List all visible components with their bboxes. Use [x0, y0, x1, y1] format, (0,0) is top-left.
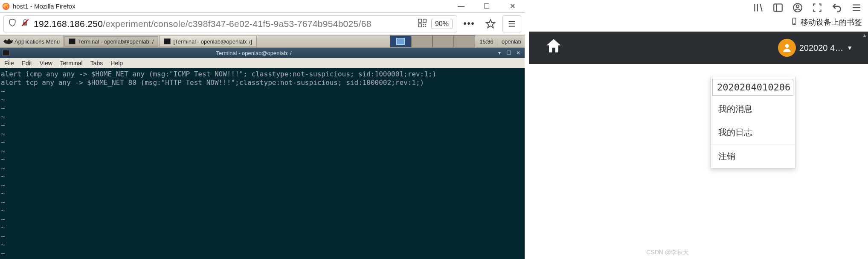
tracking-shield-icon[interactable] [8, 18, 17, 29]
menu-terminal[interactable]: Terminal [60, 60, 83, 67]
terminal-icon [69, 38, 75, 44]
svg-rect-6 [423, 23, 424, 25]
page-actions-button[interactable]: ••• [460, 15, 479, 32]
taskbar-item-label: [Terminal - openlab@openlab: /] [173, 38, 252, 45]
dropdown-my-logs[interactable]: 我的日志 [711, 121, 795, 144]
svg-line-16 [760, 4, 762, 11]
taskbar-item-terminal-1[interactable]: Terminal - openlab@openlab: / [64, 36, 158, 47]
svg-rect-17 [774, 4, 782, 11]
hamburger-icon[interactable] [851, 2, 862, 13]
panel-username: openlab [498, 38, 525, 45]
bookmarks-toolbar: 移动设备上的书签 [529, 15, 868, 29]
terminal-restore-icon[interactable]: ❐ [505, 50, 513, 56]
menu-view[interactable]: View [40, 60, 52, 67]
caret-down-icon: ▼ [847, 44, 853, 51]
applications-menu-label: Applications Menu [15, 38, 60, 45]
svg-rect-8 [423, 26, 424, 27]
firefox-icon [2, 2, 10, 11]
terminal-close-icon[interactable]: ✕ [514, 50, 522, 56]
svg-rect-4 [423, 19, 426, 22]
terminal-menubar: File Edit View Terminal Tabs Help [0, 58, 525, 68]
panel-clock: 15:36 [475, 38, 498, 45]
scroll-up-icon[interactable]: ▲ [862, 32, 867, 38]
minimize-button[interactable]: — [455, 3, 467, 10]
home-icon[interactable] [544, 37, 563, 59]
watermark-text: CSDN @李秋天 [646, 249, 689, 256]
dropdown-my-messages[interactable]: 我的消息 [711, 97, 795, 121]
menu-help[interactable]: Help [110, 60, 123, 67]
app-topnav: ▲ 202020 4… ▼ [529, 32, 868, 64]
hamburger-menu-button[interactable] [502, 15, 521, 32]
window-title: host1 - Mozilla Firefox [13, 3, 455, 10]
svg-rect-5 [418, 23, 421, 26]
svg-rect-3 [418, 19, 421, 22]
taskbar-item-terminal-2[interactable]: [Terminal - openlab@openlab: /] [159, 36, 256, 47]
workspace-pager[interactable] [390, 35, 475, 47]
maximize-button[interactable]: ☐ [480, 2, 493, 10]
window-controls: — ☐ ✕ [455, 2, 523, 10]
zoom-badge[interactable]: 90% [431, 19, 453, 29]
insecure-lock-icon[interactable] [21, 18, 29, 29]
terminal-titlebar: Terminal - openlab@openlab: / ▾ ❐ ✕ [0, 48, 525, 58]
workspace-1[interactable] [390, 35, 411, 47]
url-bar-row: 192.168.186.250/experiment/console/c398f… [0, 13, 525, 35]
terminal-icon [164, 38, 171, 44]
window-title-bar: host1 - Mozilla Firefox — ☐ ✕ [0, 0, 525, 13]
url-bar[interactable]: 192.168.186.250/experiment/console/c398f… [3, 15, 457, 32]
menu-edit[interactable]: Edit [22, 60, 32, 67]
xfce-rat-icon [3, 38, 13, 45]
applications-menu-button[interactable]: Applications Menu [0, 35, 64, 47]
library-icon[interactable] [753, 2, 764, 13]
user-avatar-icon [778, 39, 796, 57]
mobile-device-icon [790, 17, 798, 27]
dropdown-logout[interactable]: 注销 [711, 145, 795, 168]
menu-tabs[interactable]: Tabs [90, 60, 103, 67]
mobile-bookmarks-link[interactable]: 移动设备上的书签 [801, 17, 862, 27]
svg-rect-7 [425, 23, 426, 25]
url-text[interactable]: 192.168.186.250/experiment/console/c398f… [34, 19, 413, 29]
xfce-panel: Applications Menu Terminal - openlab@ope… [0, 35, 525, 48]
svg-marker-10 [486, 20, 495, 28]
sidebar-icon[interactable] [772, 2, 784, 13]
workspace-3[interactable] [433, 35, 454, 47]
svg-rect-9 [425, 26, 426, 27]
dropdown-account-id[interactable]: 2020204010206 [712, 79, 793, 96]
user-short-name: 202020 4… [799, 43, 843, 53]
screenshot-icon[interactable] [812, 2, 823, 13]
bookmark-star-button[interactable] [481, 15, 500, 32]
browser-toolbar-right [529, 0, 868, 15]
qr-icon[interactable] [418, 18, 427, 29]
close-button[interactable]: ✕ [506, 2, 519, 10]
workspace-2[interactable] [411, 35, 433, 47]
menu-file[interactable]: File [4, 60, 14, 67]
terminal-minimize-icon[interactable]: ▾ [496, 50, 503, 56]
user-menu-trigger[interactable]: 202020 4… ▼ [778, 39, 853, 57]
terminal-title-text: Terminal - openlab@openlab: / [216, 50, 291, 56]
terminal-icon [3, 50, 9, 56]
terminal-body[interactable]: alert icmp any any -> $HOME_NET any (msg… [0, 68, 525, 259]
svg-point-20 [796, 5, 799, 8]
browser-window: host1 - Mozilla Firefox — ☐ ✕ 192.168.18… [0, 0, 525, 259]
taskbar-item-label: Terminal - openlab@openlab: / [78, 38, 154, 45]
undo-icon[interactable] [831, 2, 842, 13]
svg-point-26 [785, 44, 789, 48]
account-icon[interactable] [792, 2, 803, 13]
right-panel: 移动设备上的书签 ▲ 202020 4… ▼ 2020204010206 我的消… [529, 0, 868, 259]
user-dropdown: 2020204010206 我的消息 我的日志 注销 [710, 77, 795, 169]
workspace-4[interactable] [454, 35, 475, 47]
